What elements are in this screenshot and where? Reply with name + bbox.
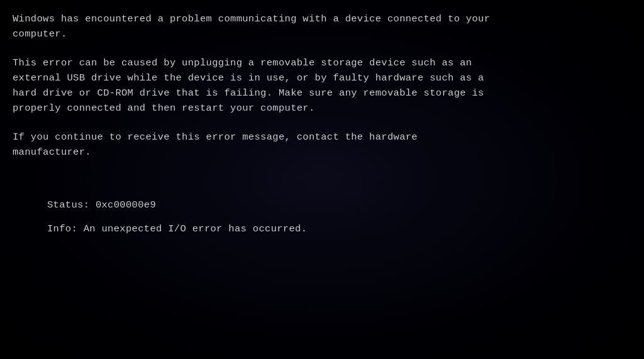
info-text: Info: An unexpected I/O error has occurr… xyxy=(47,223,307,235)
error-text-2: This error can be caused by unplugging a… xyxy=(13,57,484,114)
error-text-3: If you continue to receive this error me… xyxy=(13,131,418,158)
bsod-screen: Windows has encountered a problem commun… xyxy=(0,0,644,359)
error-paragraph-1: Windows has encountered a problem commun… xyxy=(13,11,631,41)
status-section: Status: 0xc00000e9 Info: An unexpected I… xyxy=(47,197,631,236)
info-line: Info: An unexpected I/O error has occurr… xyxy=(47,221,631,236)
status-code: Status: 0xc00000e9 xyxy=(47,199,156,211)
status-line: Status: 0xc00000e9 xyxy=(47,197,631,213)
error-text-1: Windows has encountered a problem commun… xyxy=(13,13,490,40)
error-paragraph-3: If you continue to receive this error me… xyxy=(13,130,631,160)
error-paragraph-2: This error can be caused by unplugging a… xyxy=(13,55,631,116)
